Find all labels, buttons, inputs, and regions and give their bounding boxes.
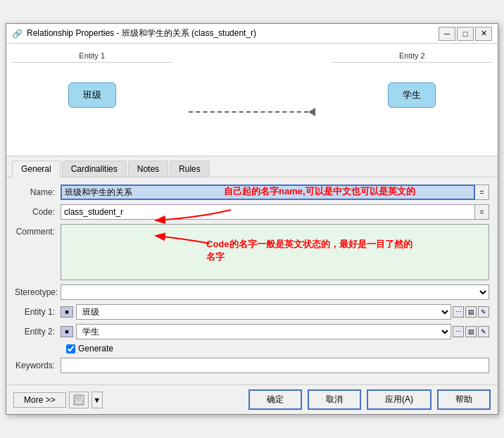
entity2-header: Entity 2: [332, 49, 492, 63]
arrow-head: [308, 108, 315, 116]
entity1-browse-btn1[interactable]: ⋯: [453, 306, 464, 318]
diagram-area: Entity 1 班级 Entity 2 学生: [6, 44, 498, 156]
entity1-box: 班级: [68, 82, 116, 108]
name-input[interactable]: [61, 184, 475, 200]
apply-button[interactable]: 应用(A): [367, 389, 431, 410]
stereotype-row: Stereotype:: [15, 284, 489, 300]
comment-label: Comment:: [15, 224, 61, 237]
dashed-line: [189, 111, 308, 113]
entity1-select[interactable]: 班级: [76, 304, 451, 320]
minimize-button[interactable]: ─: [439, 27, 455, 41]
entity2-type-icon: ■: [61, 326, 73, 337]
save-button[interactable]: [69, 392, 89, 408]
entity2-browse-btn3[interactable]: ✎: [478, 326, 489, 337]
svg-rect-2: [75, 400, 83, 404]
window-icon: 🔗: [12, 29, 23, 39]
keywords-label: Keywords:: [15, 361, 61, 370]
entity2-row: Entity 2: ■ 学生 ⋯ ▤ ✎: [15, 324, 489, 339]
code-row: Code: =: [15, 204, 489, 220]
titlebar: 🔗 Relationship Properties - 班级和学生的关系 (cl…: [6, 24, 498, 44]
dropdown-button[interactable]: ▼: [92, 392, 103, 408]
generate-label[interactable]: Generate: [78, 344, 113, 353]
tab-notes[interactable]: Notes: [128, 161, 168, 177]
stereotype-label: Stereotype:: [15, 287, 61, 297]
entity2-column: Entity 2 学生: [332, 49, 492, 150]
code-label: Code:: [15, 207, 61, 217]
bottom-bar: More >> ▼ 确定 取消 应用(A) 帮助: [6, 384, 498, 414]
connector-area: [172, 49, 332, 150]
save-icon: [73, 394, 84, 406]
svg-rect-1: [75, 395, 81, 399]
bottom-center: 确定 取消 应用(A) 帮助: [248, 389, 491, 410]
tab-cardinalities[interactable]: Cardinalities: [62, 161, 127, 177]
stereotype-select[interactable]: [61, 284, 489, 300]
code-btn[interactable]: =: [475, 204, 489, 220]
tab-general[interactable]: General: [12, 161, 61, 177]
entity1-row: Entity 1: ■ 班级 ⋯ ▤ ✎: [15, 304, 489, 320]
entity1-type-icon: ■: [61, 306, 73, 318]
cancel-button[interactable]: 取消: [308, 389, 361, 410]
entity1-column: Entity 1 班级: [12, 49, 172, 150]
entity1-browse-btn2[interactable]: ▤: [465, 306, 477, 318]
relationship-line: [189, 108, 315, 116]
generate-checkbox[interactable]: [66, 344, 75, 353]
entity2-select-wrap: ■ 学生 ⋯ ▤ ✎: [61, 324, 489, 339]
keywords-row: Keywords:: [15, 358, 489, 373]
bottom-left: More >> ▼: [13, 392, 103, 408]
entity2-browse-btn2[interactable]: ▤: [465, 326, 477, 337]
window-controls: ─ □ ✕: [439, 27, 492, 41]
name-row: Name: =: [15, 184, 489, 200]
generate-row: Generate: [15, 344, 489, 353]
maximize-button[interactable]: □: [457, 27, 474, 41]
entity2-form-label: Entity 2:: [15, 327, 61, 337]
window-title: Relationship Properties - 班级和学生的关系 (clas…: [27, 27, 256, 39]
code-input[interactable]: [61, 204, 475, 220]
more-button[interactable]: More >>: [13, 392, 66, 408]
tabs-container: General Cardinalities Notes Rules: [6, 156, 498, 177]
relationship-properties-dialog: 🔗 Relationship Properties - 班级和学生的关系 (cl…: [6, 23, 498, 415]
keywords-input[interactable]: [61, 358, 489, 373]
entity1-header: Entity 1: [12, 49, 172, 63]
entity2-select[interactable]: 学生: [76, 324, 451, 339]
comment-input[interactable]: [61, 224, 489, 280]
entity2-browse-btn1[interactable]: ⋯: [453, 326, 464, 337]
entity1-form-label: Entity 1:: [15, 307, 61, 317]
help-button[interactable]: 帮助: [437, 389, 491, 410]
confirm-button[interactable]: 确定: [248, 389, 302, 410]
entity1-browse-btn3[interactable]: ✎: [478, 306, 489, 318]
entity2-box: 学生: [388, 82, 436, 108]
name-btn[interactable]: =: [475, 184, 489, 200]
form-area: Name: = Code: = Comment: Stereotype:: [6, 177, 498, 384]
comment-row: Comment:: [15, 224, 489, 280]
close-button[interactable]: ✕: [475, 27, 492, 41]
entity1-select-wrap: ■ 班级 ⋯ ▤ ✎: [61, 304, 489, 320]
tab-rules[interactable]: Rules: [170, 161, 210, 177]
name-label: Name:: [15, 187, 61, 197]
